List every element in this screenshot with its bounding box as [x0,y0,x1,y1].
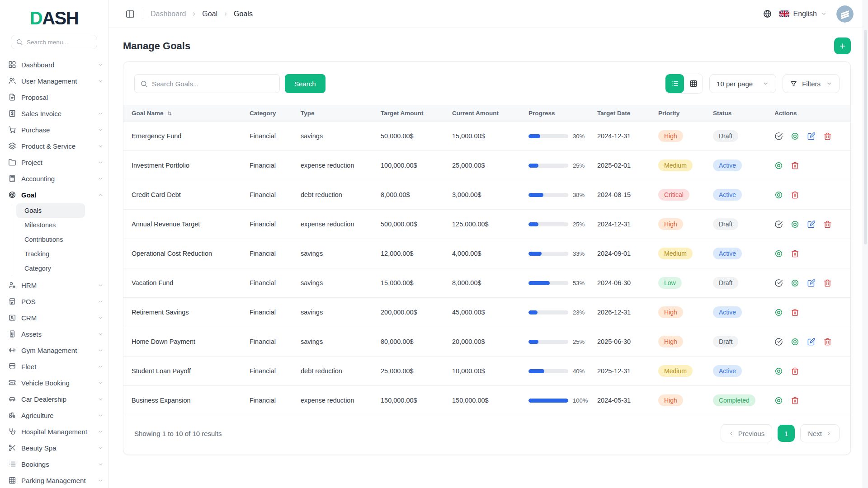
filters-button[interactable]: Filters [783,74,840,93]
approve-button[interactable] [774,132,783,141]
breadcrumb-goal[interactable]: Goal [202,10,217,18]
sidebar-item-purchase[interactable]: Purchase [8,122,104,138]
edit-button[interactable] [807,220,816,229]
target-amount-cell: 12,000.00$ [375,239,447,268]
add-goal-button[interactable] [834,38,851,54]
sidebar-item-project[interactable]: Project [8,154,104,170]
goals-search[interactable] [134,74,280,93]
goal-name-cell: Investment Portfolio [123,151,244,180]
view-button[interactable] [774,396,783,405]
brand-logo[interactable]: DASH [0,8,108,28]
delete-button[interactable] [791,396,799,405]
priority-badge: High [658,130,683,142]
column-header-type[interactable]: Type [295,105,375,122]
view-button[interactable] [774,191,783,199]
target-amount-cell: 15,000.00$ [375,268,447,298]
column-header-progress[interactable]: Progress [523,105,592,122]
sidebar-item-parking-management[interactable]: Parking Management [8,472,104,488]
sidebar-item-hrm[interactable]: HRM [8,277,104,293]
delete-button[interactable] [823,279,832,287]
sidebar-item-goals[interactable]: Goals [16,203,85,218]
goals-search-input[interactable] [152,80,274,88]
approve-button[interactable] [774,279,783,287]
layers-icon [8,142,16,150]
view-button[interactable] [774,367,783,375]
edit-button[interactable] [807,338,816,346]
page-scrollbar[interactable] [863,0,868,488]
sidebar-item-vehicle-booking[interactable]: Vehicle Booking [8,375,104,391]
sidebar-item-car-dealership[interactable]: Car Dealership [8,391,104,407]
delete-button[interactable] [823,338,832,346]
status-badge: Active [713,248,742,259]
approve-button[interactable] [774,220,783,229]
delete-button[interactable] [823,132,832,141]
sidebar-item-product-service[interactable]: Product & Service [8,138,104,154]
sidebar-item-bookings[interactable]: Bookings [8,456,104,472]
sidebar-item-beauty-spa[interactable]: Beauty Spa [8,440,104,456]
edit-button[interactable] [807,279,816,287]
sidebar-item-dashboard[interactable]: Dashboard [8,56,104,73]
language-selector[interactable]: English [779,10,827,18]
sidebar-item-user-management[interactable]: User Management [8,73,104,89]
sidebar-item-category[interactable]: Category [16,261,85,276]
view-button[interactable] [774,161,783,170]
sidebar-item-accounting[interactable]: Accounting [8,170,104,187]
sidebar-item-sales-invoice[interactable]: Sales Invoice [8,105,104,122]
ticket-icon [8,379,16,387]
column-header-goal-name[interactable]: Goal Name [123,105,244,122]
sidebar-item-agriculture[interactable]: Agriculture [8,407,104,423]
delete-button[interactable] [791,367,799,375]
globe-button[interactable] [763,9,773,19]
table-footer: Showing 1 to 10 of 10 results Previous 1… [123,415,850,455]
column-header-target-date[interactable]: Target Date [592,105,653,122]
sidebar-item-pos[interactable]: POS [8,293,104,310]
grid-view-button[interactable] [684,74,703,93]
view-button[interactable] [791,338,799,346]
previous-page-button[interactable]: Previous [721,424,772,442]
sidebar-item-goal[interactable]: Goal [8,187,104,203]
sidebar-search[interactable] [11,35,97,49]
sidebar-toggle-button[interactable] [125,9,136,19]
column-header-category[interactable]: Category [244,105,295,122]
per-page-select[interactable]: 10 per page [709,74,776,93]
current-page-button[interactable]: 1 [778,425,795,442]
search-button[interactable]: Search [285,74,326,93]
column-header-current-amount[interactable]: Current Amount [447,105,523,122]
column-header-status[interactable]: Status [708,105,769,122]
sidebar-item-hospital-management[interactable]: Hospital Management [8,423,104,440]
target-amount-cell: 200,000.00$ [375,298,447,327]
approve-button[interactable] [774,338,783,346]
delete-button[interactable] [823,220,832,229]
sidebar-item-assets[interactable]: Assets [8,326,104,342]
column-header-priority[interactable]: Priority [653,105,708,122]
delete-button[interactable] [791,161,799,170]
priority-cell: High [653,122,708,151]
list-view-button[interactable] [665,74,684,93]
delete-button[interactable] [791,191,799,199]
edit-button[interactable] [807,132,816,141]
column-header-target-amount[interactable]: Target Amount [375,105,447,122]
view-button[interactable] [791,220,799,229]
sidebar-nav: DashboardUser ManagementProposalSales In… [0,56,108,488]
avatar[interactable] [836,5,854,23]
view-button[interactable] [774,308,783,317]
current-amount-cell: 15,000.00$ [447,122,523,151]
scrollbar-thumb[interactable] [864,30,867,244]
next-page-button[interactable]: Next [800,424,840,442]
sidebar-search-input[interactable] [27,39,92,46]
view-button[interactable] [774,249,783,258]
column-header-actions[interactable]: Actions [769,105,850,122]
sidebar-item-proposal[interactable]: Proposal [8,89,104,105]
sidebar-item-tracking[interactable]: Tracking [16,247,85,261]
sidebar-item-contributions[interactable]: Contributions [16,232,85,247]
breadcrumb-dashboard[interactable]: Dashboard [151,10,186,18]
sidebar-item-milestones[interactable]: Milestones [16,218,85,232]
delete-button[interactable] [791,308,799,317]
sidebar-item-crm[interactable]: CRM [8,310,104,326]
sidebar-item-fleet[interactable]: Fleet [8,358,104,375]
view-button[interactable] [791,132,799,141]
view-button[interactable] [791,279,799,287]
breadcrumb-goals[interactable]: Goals [234,10,253,18]
sidebar-item-gym-management[interactable]: Gym Management [8,342,104,358]
delete-button[interactable] [791,249,799,258]
